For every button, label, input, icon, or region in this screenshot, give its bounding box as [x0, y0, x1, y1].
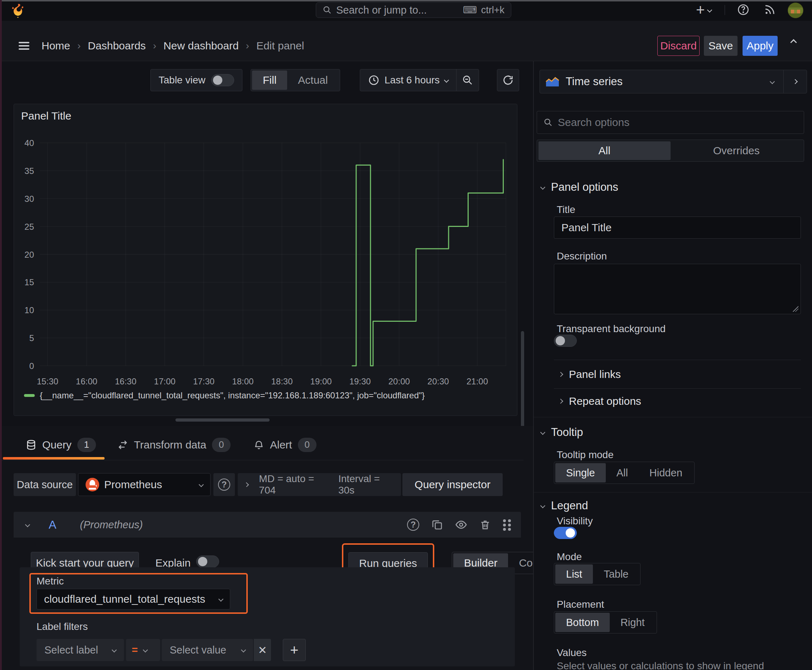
- panel-links-header[interactable]: Panel links: [559, 368, 621, 381]
- panel-description-textarea[interactable]: [554, 264, 801, 314]
- transparent-background-label: Transparent background: [557, 323, 666, 335]
- tab-overrides[interactable]: Overrides: [671, 141, 803, 160]
- apply-button[interactable]: Apply: [742, 36, 778, 56]
- breadcrumb-edit-panel: Edit panel: [256, 40, 304, 52]
- panel-links-title: Panel links: [569, 368, 621, 381]
- tooltip-all-option[interactable]: All: [606, 463, 639, 482]
- table-view-label: Table view: [159, 74, 205, 86]
- svg-text:15:30: 15:30: [37, 377, 58, 386]
- breadcrumb-dashboards[interactable]: Dashboards: [88, 40, 146, 52]
- time-range-picker[interactable]: Last 6 hours: [360, 69, 456, 91]
- plus-icon: +: [696, 3, 705, 17]
- legend-mode-table[interactable]: Table: [593, 564, 639, 584]
- chevron-down-icon: [540, 430, 545, 435]
- resize-handle-icon[interactable]: [793, 306, 798, 312]
- tab-transform-data[interactable]: Transform data 0: [117, 430, 231, 460]
- add-filter-button[interactable]: +: [283, 639, 306, 661]
- fill-option[interactable]: Fill: [252, 71, 287, 90]
- search-shortcut: ctrl+k: [481, 5, 504, 16]
- global-search-input[interactable]: Search or jump to... ⌨ ctrl+k: [316, 2, 511, 18]
- save-button[interactable]: Save: [704, 36, 737, 56]
- svg-text:35: 35: [24, 166, 34, 176]
- tooltip-header[interactable]: Tooltip: [541, 426, 583, 439]
- repeat-options-header[interactable]: Repeat options: [559, 395, 641, 407]
- metric-select[interactable]: cloudflared_tunnel_total_requests: [37, 589, 230, 609]
- eye-icon[interactable]: [455, 519, 467, 531]
- legend-mode-list[interactable]: List: [555, 564, 593, 584]
- actual-option[interactable]: Actual: [287, 71, 338, 90]
- legend-header[interactable]: Legend: [541, 499, 588, 512]
- vertical-scrollbar[interactable]: [521, 331, 524, 436]
- datasource-picker[interactable]: Prometheus: [78, 473, 210, 496]
- tooltip-single-option[interactable]: Single: [555, 463, 606, 482]
- breadcrumb-new-dashboard[interactable]: New dashboard: [163, 40, 239, 52]
- tab-alert[interactable]: Alert 0: [253, 430, 317, 460]
- time-series-chart[interactable]: 051015202530354015:3016:0016:3017:0017:3…: [14, 104, 518, 416]
- discard-button[interactable]: Discard: [657, 36, 700, 56]
- label-filters-label: Label filters: [37, 621, 88, 633]
- chevron-right-icon: [558, 372, 563, 377]
- legend-series-swatch[interactable]: [24, 394, 35, 397]
- panel-title-input[interactable]: Panel Title: [554, 217, 801, 239]
- breadcrumb-home[interactable]: Home: [42, 40, 70, 52]
- options-sidebar: Time series Search options All Overrides…: [533, 61, 812, 670]
- svg-text:21:00: 21:00: [466, 377, 488, 386]
- panel-options-header[interactable]: Panel options: [541, 181, 618, 194]
- grafana-logo-icon[interactable]: [10, 3, 26, 19]
- legend-mode-label: Mode: [557, 551, 582, 563]
- rss-icon: [763, 3, 776, 16]
- operator-dropdown[interactable]: =: [126, 639, 160, 661]
- visualization-picker[interactable]: Time series: [539, 70, 807, 93]
- tooltip-mode-switch: Single All Hidden: [554, 462, 695, 484]
- legend-placement-right[interactable]: Right: [610, 613, 656, 632]
- menu-toggle-button[interactable]: [19, 42, 29, 50]
- chart-legend: {__name__="cloudflared_tunnel_total_requ…: [24, 391, 425, 401]
- divider: [554, 360, 801, 360]
- tab-query[interactable]: Query 1: [26, 430, 96, 460]
- options-search-input[interactable]: Search options: [537, 111, 804, 134]
- legend-series-label[interactable]: {__name__="cloudflared_tunnel_total_requ…: [40, 391, 425, 401]
- search-icon: [544, 118, 553, 127]
- tab-query-count: 1: [77, 438, 96, 452]
- svg-text:16:30: 16:30: [115, 377, 136, 386]
- transform-icon: [117, 440, 128, 450]
- zoom-out-button[interactable]: [456, 69, 479, 91]
- refresh-icon: [502, 74, 514, 86]
- legend-visibility-label: Visibility: [557, 515, 593, 527]
- new-menu-button[interactable]: +: [696, 3, 711, 17]
- explain-toggle[interactable]: [196, 555, 219, 568]
- transparent-background-toggle[interactable]: [554, 335, 577, 347]
- tooltip-hidden-option[interactable]: Hidden: [639, 463, 693, 482]
- svg-text:18:30: 18:30: [271, 377, 293, 386]
- collapse-options-button[interactable]: [791, 40, 796, 45]
- refresh-button[interactable]: [497, 69, 519, 91]
- trash-icon[interactable]: [480, 519, 491, 530]
- toggle-viz-suggestions-button[interactable]: [784, 80, 807, 83]
- remove-filter-button[interactable]: ✕: [254, 639, 271, 661]
- metric-label: Metric: [37, 575, 64, 587]
- query-inspector-button[interactable]: Query inspector: [402, 473, 503, 496]
- user-avatar[interactable]: [788, 2, 804, 18]
- svg-text:18:00: 18:00: [232, 377, 253, 386]
- search-placeholder: Search or jump to...: [336, 4, 459, 16]
- panel-options-title: Panel options: [551, 181, 618, 194]
- datasource-help-button[interactable]: ?: [214, 473, 235, 496]
- legend-visibility-toggle[interactable]: [554, 527, 577, 539]
- query-options-summary[interactable]: MD = auto = 704 Interval = 30s: [238, 473, 401, 496]
- section-divider: [534, 492, 812, 492]
- chevron-down-icon: [219, 597, 224, 602]
- query-help-icon[interactable]: ?: [407, 519, 419, 531]
- legend-placement-bottom[interactable]: Bottom: [555, 613, 610, 632]
- table-view-toggle[interactable]: [211, 74, 234, 86]
- drag-handle-icon[interactable]: [503, 519, 506, 522]
- collapse-query-icon[interactable]: [25, 522, 30, 527]
- select-value-dropdown[interactable]: Select value: [162, 639, 253, 661]
- query-row-header[interactable]: A (Prometheus) ?: [14, 512, 521, 538]
- select-label-dropdown[interactable]: Select label: [37, 639, 124, 661]
- duplicate-icon[interactable]: [431, 519, 443, 530]
- horizontal-scrollbar[interactable]: [175, 418, 270, 421]
- breadcrumb-separator: ›: [246, 40, 249, 52]
- tab-all[interactable]: All: [539, 141, 671, 160]
- news-feed-button[interactable]: [763, 3, 776, 16]
- help-button[interactable]: [737, 3, 750, 16]
